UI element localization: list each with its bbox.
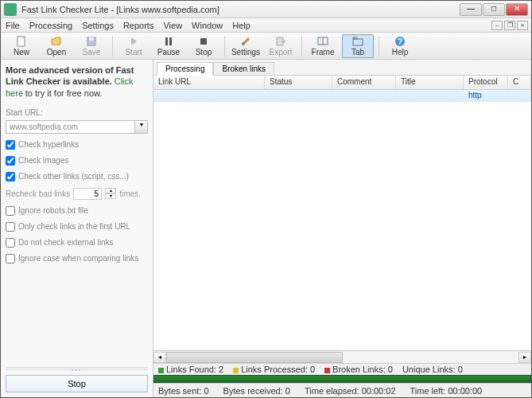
settings-icon bbox=[239, 35, 252, 48]
first-url-checkbox[interactable] bbox=[6, 222, 15, 232]
sidebar-stop-button[interactable]: Stop bbox=[6, 375, 148, 392]
col-status[interactable]: Status bbox=[265, 76, 332, 89]
title-bar: Fast Link Checker Lite - [Links www.soft… bbox=[1, 1, 531, 18]
check-hyperlinks-checkbox[interactable] bbox=[6, 140, 15, 150]
separator bbox=[112, 36, 113, 57]
promo-text: More advanced version of Fast Link Check… bbox=[6, 64, 148, 99]
scroll-left-arrow[interactable]: ◂ bbox=[153, 352, 166, 363]
external-checkbox[interactable] bbox=[6, 238, 15, 248]
ignore-robots-checkbox[interactable] bbox=[6, 206, 15, 216]
result-tabs: Processing Broken links bbox=[153, 60, 531, 76]
minimize-button[interactable]: — bbox=[460, 3, 482, 16]
help-button[interactable]: ? Help bbox=[384, 34, 416, 58]
menu-window[interactable]: Window bbox=[192, 21, 223, 30]
bullet-red-icon bbox=[324, 368, 330, 373]
check-images-label: Check images bbox=[18, 156, 68, 165]
status-bar-links: Links Found: 2 Links Processed: 0 Broken… bbox=[153, 363, 531, 375]
svg-rect-11 bbox=[353, 37, 357, 39]
tab-processing[interactable]: Processing bbox=[157, 62, 213, 76]
check-hyperlinks-label: Check hyperlinks bbox=[18, 140, 79, 149]
splitter[interactable] bbox=[6, 367, 148, 370]
toolbar: New Open Save Start Pause Stop Settings … bbox=[1, 33, 531, 60]
check-other-label: Check other links (script, css...) bbox=[18, 172, 129, 181]
menu-help[interactable]: Help bbox=[232, 21, 250, 30]
status-bar-bytes: Bytes sent: 0 Bytes received: 0 Time ela… bbox=[153, 383, 531, 397]
pause-icon bbox=[162, 35, 175, 48]
pause-button[interactable]: Pause bbox=[153, 34, 184, 58]
tab-icon bbox=[351, 35, 364, 48]
col-url[interactable]: Link URL bbox=[153, 76, 265, 89]
export-icon bbox=[274, 35, 287, 48]
window-title: Fast Link Checker Lite - [Links www.soft… bbox=[21, 5, 460, 14]
external-label: Do not check external links bbox=[18, 238, 114, 247]
sidebar: More advanced version of Fast Link Check… bbox=[1, 60, 153, 397]
scroll-right-arrow[interactable]: ▸ bbox=[518, 352, 531, 363]
grid-body[interactable]: http bbox=[153, 90, 531, 350]
svg-rect-10 bbox=[353, 39, 363, 45]
check-images-checkbox[interactable] bbox=[6, 156, 15, 166]
mdi-minimize-button[interactable]: – bbox=[491, 21, 503, 30]
export-button[interactable]: Export bbox=[265, 34, 297, 58]
mdi-restore-button[interactable]: ❐ bbox=[504, 21, 515, 30]
check-other-checkbox[interactable] bbox=[6, 172, 15, 181]
col-protocol[interactable]: Protocol bbox=[464, 76, 508, 89]
horizontal-scrollbar[interactable]: ◂ ▸ bbox=[153, 350, 531, 363]
ignore-case-label: Ignore case when comparing links bbox=[18, 254, 138, 263]
play-icon bbox=[127, 35, 140, 48]
svg-rect-5 bbox=[200, 38, 207, 45]
menu-processing[interactable]: Processing bbox=[29, 21, 72, 30]
svg-rect-4 bbox=[169, 37, 172, 45]
app-icon bbox=[4, 3, 17, 16]
menu-view[interactable]: View bbox=[163, 21, 182, 30]
bullet-green-icon bbox=[158, 368, 164, 373]
start-url-input[interactable] bbox=[6, 120, 135, 134]
results-grid: Link URL Status Comment Title Protocol C… bbox=[153, 76, 531, 363]
separator bbox=[379, 36, 379, 57]
start-url-label: Start URL: bbox=[6, 108, 148, 117]
tab-button[interactable]: Tab bbox=[342, 34, 374, 58]
save-icon bbox=[85, 35, 98, 48]
separator bbox=[224, 36, 225, 57]
settings-button[interactable]: Settings bbox=[230, 34, 262, 58]
recheck-spin-up[interactable]: ▴ bbox=[105, 188, 116, 193]
content-pane: Processing Broken links Link URL Status … bbox=[153, 60, 531, 397]
recheck-label: Recheck bad links bbox=[6, 189, 70, 198]
separator bbox=[301, 36, 302, 57]
first-url-label: Only check links in the first URL bbox=[18, 222, 130, 231]
frame-icon bbox=[316, 35, 329, 48]
ignore-robots-label: Ignore robots.txt file bbox=[18, 206, 88, 215]
maximize-button[interactable]: □ bbox=[483, 3, 505, 16]
menu-settings[interactable]: Settings bbox=[82, 21, 114, 30]
stop-icon bbox=[197, 35, 210, 48]
open-button[interactable]: Open bbox=[41, 34, 72, 58]
open-icon bbox=[50, 35, 63, 48]
close-button[interactable]: ✕ bbox=[506, 3, 528, 16]
frame-button[interactable]: Frame bbox=[307, 34, 339, 58]
menu-file[interactable]: File bbox=[6, 21, 20, 30]
col-last[interactable]: C bbox=[508, 76, 531, 89]
recheck-spin-down[interactable]: ▾ bbox=[105, 193, 116, 199]
svg-rect-3 bbox=[165, 37, 168, 45]
new-button[interactable]: New bbox=[6, 34, 37, 58]
start-url-dropdown[interactable]: ▾ bbox=[135, 120, 148, 134]
ignore-case-checkbox[interactable] bbox=[6, 254, 15, 263]
menu-bar: File Processing Settings Reports View Wi… bbox=[1, 18, 531, 33]
progress-bar bbox=[153, 375, 531, 383]
menu-reports[interactable]: Reports bbox=[123, 21, 154, 30]
col-comment[interactable]: Comment bbox=[332, 76, 396, 89]
table-row[interactable]: http bbox=[153, 90, 531, 102]
mdi-close-button[interactable]: × bbox=[517, 21, 528, 30]
svg-point-6 bbox=[242, 42, 245, 45]
scroll-thumb[interactable] bbox=[166, 352, 343, 363]
cell-protocol: http bbox=[464, 90, 508, 102]
grid-header: Link URL Status Comment Title Protocol C bbox=[153, 76, 531, 90]
col-title[interactable]: Title bbox=[396, 76, 464, 89]
new-icon bbox=[15, 35, 28, 48]
save-button[interactable]: Save bbox=[76, 34, 107, 58]
tab-broken[interactable]: Broken links bbox=[213, 62, 274, 75]
start-button[interactable]: Start bbox=[118, 34, 150, 58]
stop-button[interactable]: Stop bbox=[188, 34, 219, 58]
recheck-input[interactable] bbox=[73, 188, 102, 200]
help-icon: ? bbox=[394, 35, 406, 48]
svg-rect-2 bbox=[89, 37, 94, 41]
